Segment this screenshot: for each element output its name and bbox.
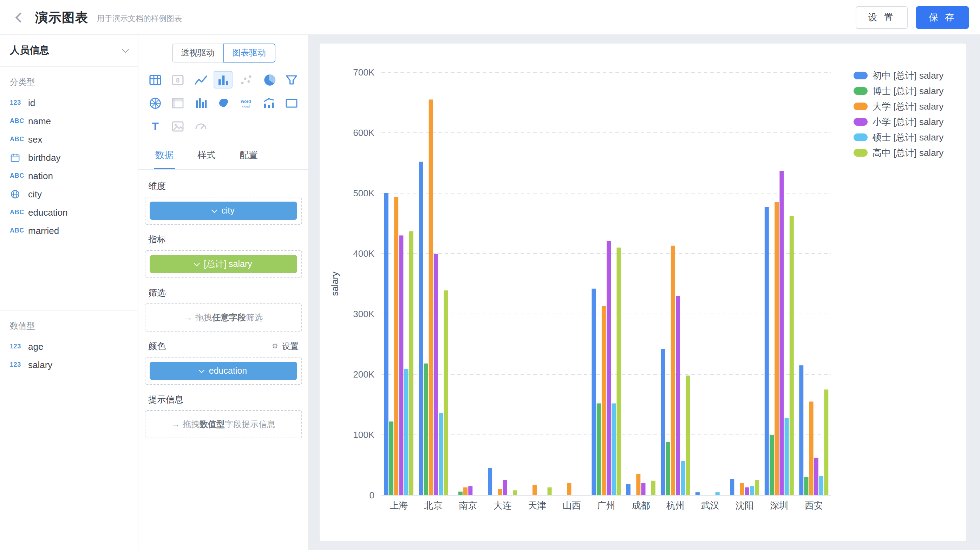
color-dropzone[interactable]: education (145, 357, 302, 385)
x-tick-label: 南京 (459, 500, 477, 511)
bar-武汉-4 (716, 492, 720, 495)
bar-上海-2 (394, 197, 398, 495)
word-cloud-icon[interactable]: wordcloud (237, 94, 256, 112)
bar-深圳-1 (770, 435, 774, 495)
bar-北京-1 (423, 364, 428, 495)
field-married[interactable]: ABCmarried (0, 221, 138, 240)
filter-dropzone[interactable]: →拖拽任意字段筛选 (145, 304, 302, 332)
mode-tab-pivot-driven[interactable]: 透视驱动 (172, 43, 223, 62)
section-header-tooltip: 提示信息 (148, 394, 299, 406)
string-type-icon: ABC (10, 172, 28, 179)
dataset-name: 人员信息 (10, 44, 49, 57)
bar-杭州-5 (686, 375, 690, 495)
mode-tab-chart-driven[interactable]: 图表驱动 (223, 43, 275, 62)
bar-沈阳-3 (745, 488, 749, 495)
scatter-icon (237, 71, 256, 89)
parallel-bars-icon[interactable] (191, 94, 210, 112)
panel-tab-数据[interactable]: 数据 (154, 143, 175, 169)
chart-type-grid: 8wordcloudT (138, 70, 309, 143)
field-city[interactable]: city (0, 185, 138, 203)
color-settings-button[interactable]: 设置 (271, 341, 299, 353)
x-tick-label: 深圳 (770, 500, 788, 511)
legend-item[interactable]: 大学 [总计] salary (854, 101, 943, 112)
field-birthday[interactable]: birthday (0, 148, 138, 167)
settings-button[interactable]: 设 置 (856, 6, 908, 29)
dataset-selector[interactable]: 人员信息 (0, 35, 138, 67)
section-label-tooltip: 提示信息 (148, 394, 183, 406)
bar-chart-icon[interactable] (214, 71, 233, 89)
save-button[interactable]: 保 存 (916, 6, 969, 29)
legend-item[interactable]: 硕士 [总计] salary (854, 132, 943, 143)
metric-dropzone[interactable]: [总计] salary (145, 250, 302, 278)
field-name[interactable]: ABCname (0, 112, 138, 130)
bar-上海-5 (409, 231, 414, 495)
back-button[interactable] (11, 8, 30, 26)
tooltip-dropzone[interactable]: →拖拽数值型字段提示信息 (145, 410, 302, 438)
string-type-icon: ABC (10, 227, 28, 234)
field-name: id (28, 97, 35, 108)
number-type-icon: 123 (10, 361, 28, 368)
dimension-dropzone[interactable]: city (145, 197, 302, 225)
section-label-color: 颜色 (148, 341, 166, 353)
bar-成都-0 (626, 484, 630, 495)
field-section-categorical: 分类型123idABCnameABCsexbirthdayABCnationci… (0, 67, 138, 310)
legend-label: 高中 [总计] salary (872, 148, 943, 158)
bar-杭州-1 (666, 442, 670, 495)
number-type-icon: 123 (10, 343, 28, 350)
number-type-icon: 123 (10, 99, 28, 106)
funnel-icon[interactable] (282, 71, 301, 89)
chart-card: 0100K200K300K400K500K600K700Ksalary上海北京南… (320, 43, 966, 541)
field-name: birthday (28, 152, 61, 163)
legend-label: 博士 [总计] salary (872, 86, 943, 96)
legend-item[interactable]: 博士 [总计] salary (854, 86, 943, 96)
bar-chart-svg: 0100K200K300K400K500K600K700Ksalary上海北京南… (320, 43, 966, 541)
legend-item[interactable]: 高中 [总计] salary (854, 148, 943, 158)
legend-label: 小学 [总计] salary (872, 117, 943, 127)
bar-沈阳-5 (755, 480, 759, 495)
svg-text:T: T (152, 120, 159, 132)
text-icon[interactable]: T (146, 117, 165, 135)
line-chart-icon[interactable] (191, 71, 210, 89)
y-tick-label: 700K (353, 67, 374, 78)
x-tick-label: 大连 (493, 500, 512, 511)
field-salary[interactable]: 123salary (0, 355, 138, 374)
back-chevron-icon (16, 12, 25, 22)
field-education[interactable]: ABCeducation (0, 203, 138, 221)
bar-广州-3 (607, 241, 611, 495)
card-icon[interactable] (282, 94, 301, 112)
bar-南京-2 (463, 488, 468, 495)
field-name: sex (28, 134, 42, 145)
section-header-color: 颜色设置 (148, 341, 299, 353)
legend-item[interactable]: 初中 [总计] salary (854, 70, 943, 81)
bar-沈阳-2 (740, 483, 744, 495)
table-icon[interactable] (146, 71, 165, 89)
bar-杭州-4 (681, 461, 685, 495)
filter-hint: →拖拽任意字段筛选 (150, 312, 297, 323)
legend-item[interactable]: 小学 [总计] salary (854, 117, 943, 127)
y-tick-label: 500K (353, 188, 374, 199)
field-name: name (28, 116, 51, 126)
bar-天津-2 (533, 485, 537, 495)
color-pill-education[interactable]: education (150, 362, 297, 380)
bar-西安-0 (799, 365, 803, 495)
field-age[interactable]: 123age (0, 337, 138, 355)
dimension-pill-city[interactable]: city (150, 202, 297, 220)
field-id[interactable]: 123id (0, 94, 138, 112)
panel-tab-配置[interactable]: 配置 (238, 143, 259, 169)
bar-杭州-2 (671, 246, 675, 495)
metric-pill-salary[interactable]: [总计] salary (150, 255, 297, 273)
legend-label: 初中 [总计] salary (872, 70, 943, 81)
x-tick-label: 广州 (597, 500, 616, 511)
pie-chart-icon[interactable] (259, 71, 278, 89)
header: 演示图表 用于演示文档的样例图表 设 置 保 存 (0, 0, 980, 35)
map-icon[interactable] (214, 94, 233, 112)
combo-chart-icon[interactable] (259, 94, 278, 112)
panel-tab-样式[interactable]: 样式 (196, 143, 217, 169)
radar-icon[interactable] (146, 94, 165, 112)
field-nation[interactable]: ABCnation (0, 167, 138, 185)
section-header-filter: 筛选 (148, 287, 299, 299)
x-tick-label: 上海 (390, 500, 408, 511)
legend-swatch (854, 87, 868, 95)
gauge-icon (191, 117, 210, 135)
field-sex[interactable]: ABCsex (0, 130, 138, 148)
